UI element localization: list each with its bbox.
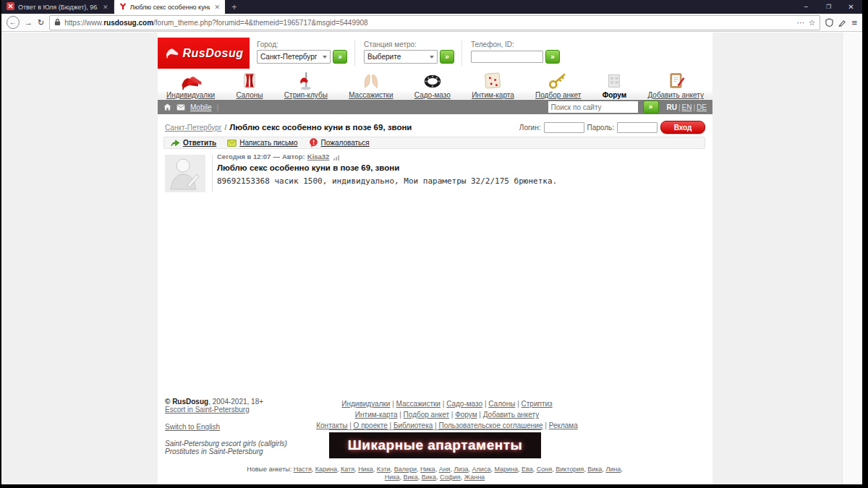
minimize-button[interactable]: − bbox=[795, 0, 817, 14]
profile-link[interactable]: Вика bbox=[422, 474, 436, 481]
url-bar[interactable]: https://www.rusdosug.com/forum_theme.php… bbox=[49, 15, 820, 30]
browser-tab-2-active[interactable]: Люблю секс особенно куни в ✕ bbox=[114, 0, 226, 14]
action-reply[interactable]: Ответить bbox=[171, 139, 216, 147]
profile-link[interactable]: Вика bbox=[404, 474, 418, 481]
nav-item-sado-mazo[interactable]: Садо-мазо bbox=[414, 70, 451, 99]
profile-link[interactable]: Алиса bbox=[472, 466, 491, 473]
profile-link[interactable]: Ника bbox=[420, 466, 435, 473]
site-graybar: Mobile | » RU|EN|DE bbox=[158, 100, 712, 114]
footer-link[interactable]: Пользовательское соглашение bbox=[438, 421, 542, 429]
maximize-button[interactable]: ❐ bbox=[817, 0, 840, 14]
tab-close-icon[interactable]: ✕ bbox=[215, 4, 221, 11]
footer-link[interactable]: Стриптиз bbox=[522, 400, 553, 408]
bookmark-star-icon[interactable]: ☆ bbox=[809, 18, 816, 27]
profile-link[interactable]: Аня bbox=[439, 466, 451, 473]
phone-go-button[interactable]: » bbox=[545, 50, 560, 64]
metro-select[interactable]: Выберите bbox=[364, 50, 438, 64]
mail-icon[interactable] bbox=[176, 100, 185, 114]
site-logo[interactable]: RusDosug bbox=[158, 38, 250, 69]
footer-link[interactable]: Индивидуалки bbox=[341, 400, 390, 408]
browser-tab-1[interactable]: Ответ в Юля (Бюджет), 963-32 ✕ bbox=[1, 0, 114, 14]
footer-link[interactable]: Реклама bbox=[549, 421, 578, 429]
footer-link[interactable]: Салоны bbox=[488, 400, 515, 408]
profile-link[interactable]: Карина bbox=[315, 466, 337, 473]
profile-link[interactable]: Кэти bbox=[377, 466, 391, 473]
lang-en[interactable]: EN bbox=[682, 103, 692, 111]
mobile-link[interactable]: Mobile bbox=[190, 103, 211, 111]
action-complain[interactable]: Пожаловаться bbox=[309, 138, 370, 147]
nav-item-dobavit-anketu[interactable]: Добавить анкету bbox=[647, 70, 703, 99]
profile-link[interactable]: Жанна bbox=[464, 474, 485, 481]
footer-link[interactable]: Форум bbox=[455, 411, 477, 419]
footer-link[interactable]: Массажистки bbox=[396, 400, 441, 408]
nav-item-forum[interactable]: Форум bbox=[603, 70, 626, 99]
separator: | bbox=[543, 421, 549, 429]
screen: Ответ в Юля (Бюджет), 963-32 ✕ Люблю сек… bbox=[0, 0, 868, 488]
escort-link[interactable]: Escort in Saint-Petersburg bbox=[165, 406, 250, 414]
profile-link[interactable]: Соня bbox=[537, 466, 552, 473]
nav-item-strip-kluby[interactable]: Стрип-клубы bbox=[284, 70, 328, 99]
breadcrumb-city-link[interactable]: Санкт-Петербург bbox=[165, 124, 221, 132]
nav-item-intim-karta[interactable]: Интим-карта bbox=[472, 70, 514, 99]
city-select[interactable]: Санкт-Петербург bbox=[257, 50, 331, 64]
reload-button[interactable]: ↻ bbox=[38, 19, 44, 27]
nav-item-podbor-anket[interactable]: Подбор анкет bbox=[535, 70, 581, 99]
profile-link[interactable]: София bbox=[440, 474, 461, 481]
shield-extension-icon[interactable] bbox=[825, 18, 833, 27]
footer-link[interactable]: Добавить анкету bbox=[483, 411, 539, 419]
metro-go-button[interactable]: » bbox=[440, 50, 454, 64]
lang-de[interactable]: DE bbox=[697, 103, 707, 111]
new-tab-button[interactable]: + bbox=[225, 0, 244, 14]
phone-id-input[interactable] bbox=[471, 51, 543, 63]
profile-link[interactable]: Ника bbox=[358, 466, 373, 473]
add-form-icon bbox=[665, 71, 686, 90]
login-input[interactable] bbox=[544, 122, 584, 133]
nav-item-massazhistki[interactable]: Массажистки bbox=[349, 70, 393, 99]
forward-button[interactable]: → bbox=[25, 19, 33, 27]
profile-link[interactable]: Ника bbox=[385, 474, 400, 481]
site-search-input[interactable] bbox=[548, 101, 638, 113]
chevron-down-icon bbox=[430, 56, 434, 59]
search-go-button[interactable]: » bbox=[643, 100, 659, 114]
page-actions-icon[interactable]: ⋯ bbox=[797, 18, 805, 27]
phone-group: Телефон, ID: » bbox=[464, 38, 566, 69]
page-title: Люблю секс особенно куни в позе 69, звон… bbox=[229, 123, 412, 132]
ad-banner[interactable]: Шикарные апартаменты bbox=[329, 432, 541, 458]
footer-link[interactable]: Садо-мазо bbox=[446, 400, 482, 408]
tab-close-icon[interactable]: ✕ bbox=[103, 4, 109, 11]
profile-link[interactable]: Катя bbox=[341, 466, 354, 473]
footer-link[interactable]: О проекте bbox=[354, 421, 388, 429]
password-input[interactable] bbox=[617, 122, 658, 133]
separator: | bbox=[449, 411, 455, 419]
logo-text: RusDosug bbox=[183, 47, 244, 60]
profile-link[interactable]: Лина bbox=[605, 466, 621, 473]
nav-item-salony[interactable]: Салоны bbox=[236, 70, 263, 99]
lang-ru[interactable]: RU bbox=[667, 103, 677, 111]
footer-link[interactable]: Интим-карта bbox=[355, 411, 398, 419]
profile-link[interactable]: Ева bbox=[522, 466, 533, 473]
switch-to-english-link[interactable]: Switch to English bbox=[165, 423, 220, 431]
brush-extension-icon[interactable] bbox=[838, 19, 846, 27]
footer-link[interactable]: Подбор анкет bbox=[404, 411, 449, 419]
profile-link[interactable]: Лиза bbox=[454, 466, 469, 473]
profile-link[interactable]: Марина bbox=[494, 466, 518, 473]
site-content: RusDosug Город: Санкт-Петербург » bbox=[158, 33, 712, 484]
profile-link[interactable]: Виктория bbox=[556, 466, 584, 473]
close-button[interactable]: ✕ bbox=[840, 0, 862, 14]
heels-icon bbox=[179, 71, 203, 90]
login-submit-button[interactable]: Вход bbox=[660, 121, 705, 134]
menu-hamburger-icon[interactable]: ≡ bbox=[851, 17, 857, 28]
nav-item-individualki[interactable]: Индивидуалки bbox=[166, 70, 215, 99]
footer-link[interactable]: Контакты bbox=[316, 421, 347, 429]
profile-link[interactable]: Настя bbox=[294, 466, 312, 473]
profile-link[interactable]: Валери bbox=[394, 466, 417, 473]
home-icon[interactable] bbox=[163, 100, 171, 114]
scrollbar[interactable] bbox=[842, 33, 862, 484]
profile-link[interactable]: Вика bbox=[587, 466, 602, 473]
back-button[interactable]: ← bbox=[7, 16, 20, 29]
footer-link[interactable]: Библиотека bbox=[393, 421, 433, 429]
city-go-button[interactable]: » bbox=[333, 50, 347, 64]
separator: | bbox=[388, 421, 393, 429]
post-author-link[interactable]: Kisa32 bbox=[307, 153, 330, 160]
action-write-letter[interactable]: Написать письмо bbox=[227, 139, 297, 147]
